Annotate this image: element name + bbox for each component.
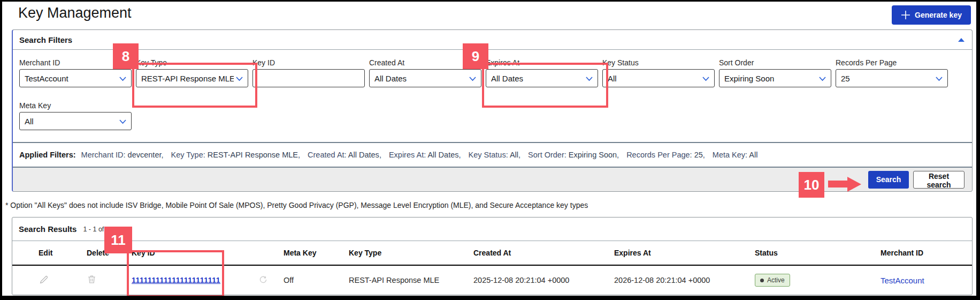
col-edit: Edit bbox=[39, 249, 87, 257]
merchant-id-link[interactable]: TestAccount bbox=[881, 276, 924, 285]
applied-filter-item: Meta Key: All bbox=[713, 151, 758, 159]
all-keys-footnote: * Option "All Keys" does not include ISV… bbox=[5, 201, 588, 209]
chevron-down-icon bbox=[469, 77, 476, 81]
chevron-down-icon bbox=[119, 77, 126, 81]
records-per-page-select[interactable]: 25 bbox=[836, 69, 948, 87]
meta-key-select[interactable]: All bbox=[19, 112, 132, 130]
dot-icon bbox=[760, 279, 764, 282]
col-expires-at: Expires At bbox=[614, 249, 755, 257]
records-per-page-label: Records Per Page bbox=[836, 58, 948, 67]
callout-step-10: 10 bbox=[799, 172, 824, 198]
applied-filters-list: Merchant ID: devcenter Key Type: REST-AP… bbox=[81, 151, 758, 159]
arrow-right-icon bbox=[828, 181, 847, 188]
results-title: Search Results bbox=[19, 224, 76, 234]
callout-rect-key-type bbox=[132, 63, 257, 108]
plus-icon bbox=[901, 10, 910, 20]
callout-rect-key-id-column bbox=[127, 250, 224, 297]
applied-filters-row: Applied Filters: Merchant ID: devcenter … bbox=[13, 142, 972, 167]
meta-key-label: Meta Key bbox=[19, 101, 132, 110]
filter-key-id: Key ID bbox=[252, 58, 365, 87]
key-status-label: Key Status bbox=[602, 58, 715, 67]
arrow-right-icon bbox=[847, 177, 861, 192]
col-key-type: Key Type bbox=[349, 249, 473, 257]
key-id-label: Key ID bbox=[252, 58, 365, 67]
applied-filter-item: Key Type: REST-API Response MLE bbox=[171, 151, 301, 159]
generate-key-label: Generate key bbox=[915, 11, 962, 19]
col-created-at: Created At bbox=[473, 249, 614, 257]
sort-order-select[interactable]: Expiring Soon bbox=[719, 69, 831, 87]
search-button[interactable]: Search bbox=[868, 171, 909, 189]
refresh-meta-key-button[interactable] bbox=[259, 275, 267, 284]
search-filters-panel: Search Filters Merchant ID TestAccount K… bbox=[12, 29, 973, 192]
filters-panel-header: Search Filters bbox=[13, 30, 972, 50]
key-status-select[interactable]: All bbox=[602, 69, 715, 87]
applied-filter-item: Records Per Page: 25 bbox=[626, 151, 705, 159]
chevron-down-icon bbox=[702, 77, 709, 81]
edit-row-button[interactable] bbox=[39, 274, 49, 286]
reset-search-button[interactable]: Reset search bbox=[913, 171, 964, 189]
chevron-down-icon bbox=[936, 77, 943, 81]
filters-panel-title: Search Filters bbox=[19, 35, 72, 44]
applied-filter-item: Merchant ID: devcenter bbox=[81, 151, 164, 159]
collapse-caret-up-icon[interactable] bbox=[958, 38, 964, 42]
callout-step-9: 9 bbox=[463, 43, 488, 69]
applied-filter-item: Expires At: All Dates bbox=[389, 151, 461, 159]
sort-order-label: Sort Order bbox=[719, 58, 831, 67]
callout-step-11: 11 bbox=[104, 227, 132, 253]
filter-key-status: Key Status All bbox=[602, 58, 715, 87]
callout-rect-expires-at bbox=[482, 63, 608, 108]
pencil-icon bbox=[39, 274, 49, 286]
applied-filters-label: Applied Filters: bbox=[19, 151, 76, 159]
col-meta-key: Meta Key bbox=[284, 249, 349, 257]
chevron-down-icon bbox=[819, 77, 826, 81]
key-type-cell: REST-API Response MLE bbox=[349, 276, 473, 284]
results-header: Search Results 1 - 1 of 1 shown bbox=[12, 218, 972, 241]
page-title: Key Management bbox=[18, 5, 132, 21]
key-management-screen: Key Management Generate key Search Filte… bbox=[0, 0, 980, 300]
created-at-select[interactable]: All Dates bbox=[369, 69, 481, 87]
rotate-icon bbox=[259, 275, 267, 284]
filters-action-bar: Search Reset search bbox=[13, 167, 972, 191]
key-id-input[interactable] bbox=[252, 69, 365, 87]
trash-icon bbox=[87, 274, 97, 285]
col-status: Status bbox=[755, 249, 881, 257]
delete-row-button[interactable] bbox=[87, 274, 97, 285]
filter-meta-key: Meta Key All bbox=[19, 101, 132, 130]
applied-filter-item: Sort Order: Expiring Soon bbox=[528, 151, 619, 159]
meta-key-cell: Off bbox=[284, 276, 349, 284]
applied-filter-item: Created At: All Dates bbox=[308, 151, 381, 159]
applied-filter-item: Key Status: All bbox=[469, 151, 521, 159]
created-at-cell: 2025-12-08 20:21:04 +0000 bbox=[473, 276, 614, 284]
expires-at-cell: 2026-12-08 20:21:04 +0000 bbox=[614, 276, 755, 284]
chevron-down-icon bbox=[119, 119, 126, 124]
callout-step-8: 8 bbox=[113, 43, 139, 69]
generate-key-button[interactable]: Generate key bbox=[892, 5, 971, 25]
merchant-id-select[interactable]: TestAccount bbox=[19, 69, 132, 87]
filter-records-per-page: Records Per Page 25 bbox=[836, 58, 948, 87]
col-merchant-id: Merchant ID bbox=[881, 249, 972, 257]
status-badge: Active bbox=[755, 274, 790, 287]
filter-sort-order: Sort Order Expiring Soon bbox=[719, 58, 831, 87]
